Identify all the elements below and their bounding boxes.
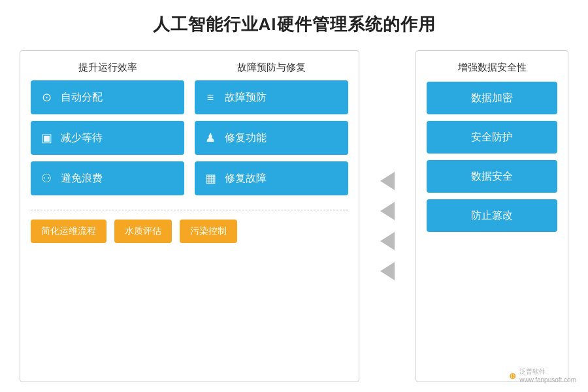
card-fault-prevention: ≡ 故障预防 (195, 80, 348, 114)
arrow-area (371, 50, 404, 382)
watermark: ⊕ 泛普软件 www.fanpusoft.com (509, 367, 576, 384)
watermark-logo: ⊕ (509, 371, 516, 381)
card-repair-function: ♟ 修复功能 (195, 121, 348, 155)
card-auto-assign: ⊙ 自动分配 (31, 80, 184, 114)
arrow-1 (380, 172, 395, 190)
card-anti-tamper: 防止篡改 (427, 199, 557, 232)
card-repair-function-text: 修复功能 (225, 131, 267, 145)
card-avoid-waste-text: 避免浪费 (61, 172, 103, 186)
col-fault-header: 故障预防与修复 (195, 61, 348, 74)
card-auto-assign-text: 自动分配 (61, 91, 103, 105)
card-security-protect: 安全防护 (427, 121, 557, 154)
card-data-encrypt: 数据加密 (427, 82, 557, 114)
col-fault: 故障预防与修复 ≡ 故障预防 ♟ 修复功能 ▦ 修复故障 (195, 61, 348, 202)
watermark-text: 泛普软件 www.fanpusoft.com (519, 367, 576, 384)
left-panel: 提升运行效率 ⊙ 自动分配 ▣ 减少等待 ⚇ 避免浪费 (20, 50, 359, 382)
badge-simplify: 简化运维流程 (31, 220, 106, 243)
right-panel-header: 增强数据安全性 (427, 61, 557, 74)
right-panel: 增强数据安全性 数据加密 安全防护 数据安全 防止篡改 (416, 50, 568, 382)
clock-icon: ⊙ (39, 90, 54, 105)
page-wrapper: 人工智能行业AI硬件管理系统的作用 提升运行效率 ⊙ 自动分配 ▣ 减少等待 (0, 0, 588, 392)
card-avoid-waste: ⚇ 避免浪费 (31, 161, 184, 195)
card-data-security: 数据安全 (427, 160, 557, 193)
arrow-3 (380, 232, 395, 250)
card-reduce-wait: ▣ 减少等待 (31, 121, 184, 155)
main-content: 提升运行效率 ⊙ 自动分配 ▣ 减少等待 ⚇ 避免浪费 (20, 50, 568, 382)
badge-water: 水质评估 (114, 220, 172, 243)
col-efficiency-header: 提升运行效率 (31, 61, 184, 74)
card-reduce-wait-text: 减少等待 (61, 131, 103, 145)
arrow-4 (380, 262, 395, 280)
list-icon: ≡ (203, 91, 218, 105)
people-icon: ⚇ (39, 171, 54, 186)
card-fault-prevention-text: 故障预防 (225, 91, 267, 105)
left-panel-top: 提升运行效率 ⊙ 自动分配 ▣ 减少等待 ⚇ 避免浪费 (31, 61, 348, 202)
box-icon: ▦ (203, 171, 218, 186)
divider (31, 210, 348, 210)
bottom-badges: 简化运维流程 水质评估 污染控制 (31, 220, 348, 243)
page-title: 人工智能行业AI硬件管理系统的作用 (153, 13, 436, 36)
badge-pollution: 污染控制 (180, 220, 237, 243)
card-repair-fault-text: 修复故障 (225, 172, 267, 186)
user-icon: ♟ (203, 131, 218, 145)
col-efficiency: 提升运行效率 ⊙ 自动分配 ▣ 减少等待 ⚇ 避免浪费 (31, 61, 184, 202)
card-repair-fault: ▦ 修复故障 (195, 161, 348, 195)
watermark-url: www.fanpusoft.com (519, 376, 576, 384)
watermark-brand: 泛普软件 (519, 367, 576, 376)
tablet-icon: ▣ (39, 131, 54, 145)
arrow-2 (380, 202, 395, 220)
